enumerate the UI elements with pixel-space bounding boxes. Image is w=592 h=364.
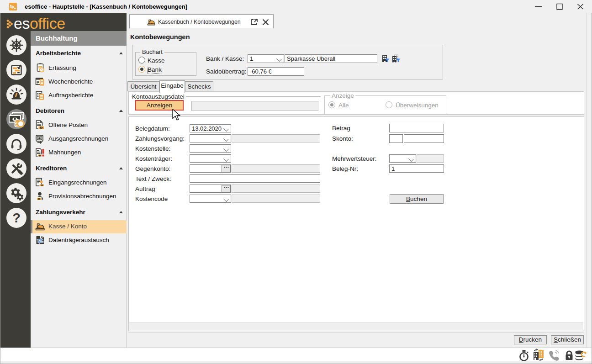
svg-text:?: ? <box>12 211 21 225</box>
